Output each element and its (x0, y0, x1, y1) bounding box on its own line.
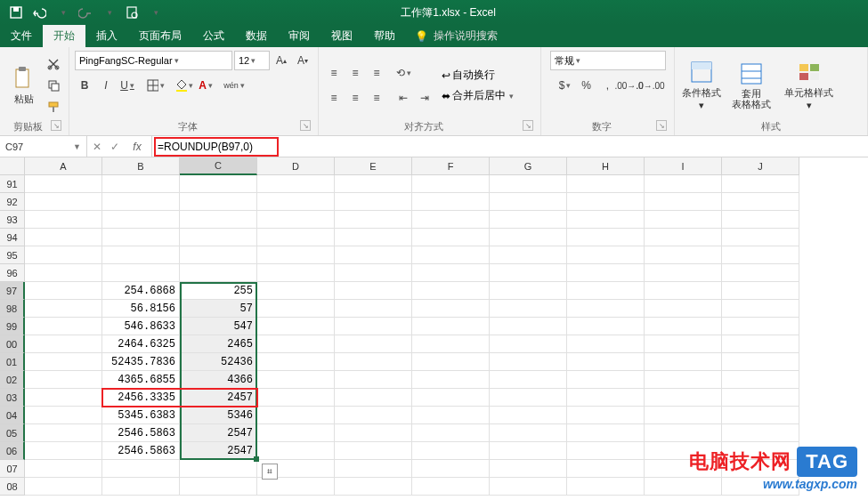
borders-button[interactable] (146, 76, 166, 95)
cell[interactable] (180, 460, 257, 478)
cell[interactable] (335, 193, 412, 211)
cell[interactable] (722, 424, 799, 442)
row-header-01[interactable]: 01 (0, 353, 25, 371)
cell[interactable]: 52436 (180, 353, 257, 371)
fill-handle[interactable] (254, 456, 259, 462)
number-format-select[interactable]: 常规 (550, 51, 666, 70)
cell[interactable] (412, 371, 490, 389)
cell[interactable] (180, 246, 257, 264)
cell[interactable] (335, 389, 412, 407)
cell[interactable] (645, 424, 722, 442)
cell[interactable] (257, 353, 335, 371)
tab-home[interactable]: 开始 (43, 25, 85, 47)
italic-button[interactable]: I (96, 76, 116, 95)
cell[interactable] (567, 246, 645, 264)
cell[interactable] (412, 211, 490, 229)
cell[interactable] (645, 282, 722, 300)
cell[interactable] (257, 282, 335, 300)
cell[interactable] (335, 353, 412, 371)
undo-dropdown[interactable] (52, 2, 73, 23)
cell[interactable] (180, 229, 257, 246)
cell[interactable]: 5346 (180, 407, 257, 424)
cell[interactable] (25, 424, 102, 442)
cell[interactable] (722, 211, 799, 229)
cell[interactable] (257, 300, 335, 318)
undo-icon[interactable] (28, 2, 50, 23)
cell[interactable] (722, 300, 799, 318)
cell[interactable] (722, 193, 799, 211)
redo-icon[interactable] (75, 2, 96, 23)
fill-color-button[interactable] (174, 76, 194, 95)
cell[interactable] (335, 318, 412, 335)
cell[interactable] (490, 300, 567, 318)
cell[interactable] (335, 442, 412, 460)
cell[interactable] (257, 318, 335, 335)
cell[interactable] (567, 478, 645, 496)
cell[interactable] (257, 442, 335, 460)
align-bottom-button[interactable]: ≡ (367, 63, 386, 83)
cell[interactable] (412, 389, 490, 407)
column-header-H[interactable]: H (567, 157, 645, 175)
alignment-dialog-launcher[interactable]: ↘ (523, 120, 533, 131)
font-size-select[interactable]: 12 (234, 51, 270, 70)
cell[interactable] (567, 300, 645, 318)
cell[interactable] (645, 246, 722, 264)
cell[interactable] (567, 211, 645, 229)
bold-button[interactable]: B (75, 76, 94, 95)
tell-me-search[interactable]: 💡 操作说明搜索 (406, 25, 507, 47)
cell[interactable]: 2456.3335 (102, 389, 180, 407)
cell[interactable] (25, 478, 102, 496)
cell[interactable] (412, 442, 490, 460)
row-header-94[interactable]: 94 (0, 229, 25, 246)
cell[interactable]: 56.8156 (102, 300, 180, 318)
increase-font-button[interactable]: A▴ (272, 51, 291, 70)
cell[interactable] (567, 229, 645, 246)
cell[interactable] (490, 175, 567, 193)
cell[interactable] (335, 175, 412, 193)
cell[interactable] (25, 193, 102, 211)
cell[interactable] (102, 175, 180, 193)
cell[interactable] (412, 264, 490, 282)
align-left-button[interactable]: ≡ (324, 88, 344, 108)
cell[interactable] (490, 407, 567, 424)
cell[interactable] (567, 193, 645, 211)
format-as-table-button[interactable]: 套用 表格格式 (725, 53, 778, 117)
increase-indent-button[interactable]: ⇥ (415, 88, 434, 108)
cell[interactable] (102, 246, 180, 264)
decrease-indent-button[interactable]: ⇤ (393, 88, 413, 108)
cell[interactable] (25, 318, 102, 335)
cell[interactable] (567, 407, 645, 424)
name-box[interactable]: C97 ▼ (0, 136, 87, 157)
cell[interactable] (722, 282, 799, 300)
format-painter-button[interactable] (44, 97, 63, 117)
cell[interactable] (335, 282, 412, 300)
cell[interactable] (490, 442, 567, 460)
cell[interactable] (257, 246, 335, 264)
accounting-format-button[interactable]: $ (556, 76, 575, 95)
cell[interactable] (335, 246, 412, 264)
column-header-I[interactable]: I (645, 157, 722, 175)
cell[interactable] (645, 193, 722, 211)
cell[interactable] (335, 300, 412, 318)
cell[interactable] (490, 335, 567, 353)
font-color-button[interactable]: A (196, 76, 215, 95)
cell[interactable]: 2547 (180, 442, 257, 460)
tab-file[interactable]: 文件 (0, 25, 43, 47)
cell[interactable]: 2465 (180, 335, 257, 353)
cell[interactable] (335, 424, 412, 442)
row-header-06[interactable]: 06 (0, 442, 25, 460)
cell[interactable] (645, 407, 722, 424)
column-header-C[interactable]: C (180, 157, 257, 175)
row-header-04[interactable]: 04 (0, 407, 25, 424)
cell[interactable] (25, 175, 102, 193)
cell[interactable] (180, 211, 257, 229)
cell[interactable] (490, 460, 567, 478)
row-header-92[interactable]: 92 (0, 193, 25, 211)
align-right-button[interactable]: ≡ (367, 88, 386, 108)
row-header-00[interactable]: 00 (0, 335, 25, 353)
column-header-E[interactable]: E (335, 157, 412, 175)
cell[interactable] (490, 211, 567, 229)
cell[interactable] (412, 193, 490, 211)
cell[interactable] (257, 193, 335, 211)
cell[interactable]: 57 (180, 300, 257, 318)
